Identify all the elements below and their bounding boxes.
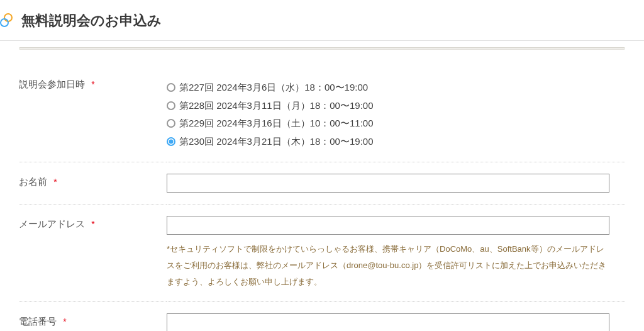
radio-icon [167,137,175,146]
radio-label: 第228回 2024年3月11日（月）18：00〜19:00 [179,97,374,115]
required-mark: * [53,177,57,187]
radio-label: 第227回 2024年3月6日（水）18：00〜19:00 [179,79,368,97]
phone-input[interactable] [167,313,609,331]
radio-option[interactable]: 第230回 2024年3月21日（木）18：00〜19:00 [167,133,625,151]
name-input[interactable] [167,174,609,193]
label-date: 説明会参加日時 * [19,67,167,162]
radio-icon [167,83,175,92]
email-helper-text: *セキュリティソフトで制限をかけていらっしゃるお客様、携帯キャリア（DoCoMo… [167,241,609,290]
accent-divider [19,47,625,50]
field-name [167,162,625,205]
radio-icon [167,101,175,110]
page-title: 無料説明会のお申込み [21,11,162,30]
form-table: 説明会参加日時 * 第227回 2024年3月6日（水）18：00〜19:00 … [19,67,625,331]
label-name-text: お名前 [19,176,47,187]
field-email: *セキュリティソフトで制限をかけていらっしゃるお客様、携帯キャリア（DoCoMo… [167,205,625,302]
required-mark: * [91,79,94,89]
radio-label: 第229回 2024年3月16日（土）10：00〜11:00 [179,115,374,133]
label-phone-text: 電話番号 [19,316,57,327]
label-phone: 電話番号 * [19,302,167,332]
label-name: お名前 * [19,162,167,205]
label-email: メールアドレス * [19,205,167,302]
logo-icon [0,13,15,28]
email-input[interactable] [167,216,609,235]
radio-option[interactable]: 第227回 2024年3月6日（水）18：00〜19:00 [167,79,625,97]
field-date: 第227回 2024年3月6日（水）18：00〜19:00 第228回 2024… [167,67,625,162]
radio-option[interactable]: 第228回 2024年3月11日（月）18：00〜19:00 [167,97,625,115]
radio-option[interactable]: 第229回 2024年3月16日（土）10：00〜11:00 [167,115,625,133]
radio-icon [167,119,175,128]
required-mark: * [63,317,66,327]
radio-label: 第230回 2024年3月21日（木）18：00〜19:00 [179,133,374,151]
field-phone [167,302,625,332]
label-email-text: メールアドレス [19,218,85,229]
required-mark: * [91,219,94,229]
label-date-text: 説明会参加日時 [19,79,85,89]
